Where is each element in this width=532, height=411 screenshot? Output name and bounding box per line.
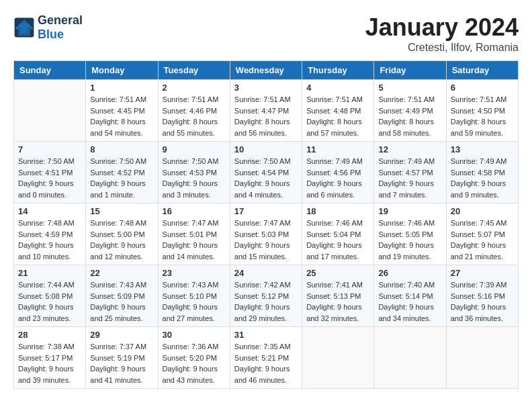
day-info: Sunrise: 7:38 AM Sunset: 5:17 PM Dayligh… [18,341,81,385]
day-number: 7 [18,144,81,154]
day-info: Sunrise: 7:44 AM Sunset: 5:08 PM Dayligh… [18,279,81,324]
col-header-tuesday: Tuesday [158,61,230,80]
day-number: 13 [451,144,514,154]
day-cell: 4Sunrise: 7:51 AM Sunset: 4:48 PM Daylig… [302,80,374,142]
logo-blue: Blue [38,28,64,41]
day-number: 17 [234,206,298,216]
week-row-3: 14Sunrise: 7:48 AM Sunset: 4:59 PM Dayli… [14,203,519,265]
day-cell: 26Sunrise: 7:40 AM Sunset: 5:14 PM Dayli… [374,265,446,327]
page-header: General Blue January 2024 Cretesti, Ilfo… [13,13,519,54]
day-cell: 20Sunrise: 7:45 AM Sunset: 5:07 PM Dayli… [446,203,518,265]
day-number: 11 [306,144,369,154]
day-cell [374,327,446,389]
week-row-5: 28Sunrise: 7:38 AM Sunset: 5:17 PM Dayli… [14,327,519,389]
day-number: 10 [234,144,298,154]
day-info: Sunrise: 7:47 AM Sunset: 5:01 PM Dayligh… [163,218,226,262]
column-headers: SundayMondayTuesdayWednesdayThursdayFrid… [14,61,519,80]
day-info: Sunrise: 7:51 AM Sunset: 4:45 PM Dayligh… [90,94,153,138]
day-number: 16 [163,206,226,216]
day-info: Sunrise: 7:49 AM Sunset: 4:57 PM Dayligh… [378,156,441,200]
day-cell: 1Sunrise: 7:51 AM Sunset: 4:45 PM Daylig… [86,80,158,142]
day-info: Sunrise: 7:39 AM Sunset: 5:16 PM Dayligh… [451,279,514,324]
day-number: 23 [163,268,226,278]
day-number: 6 [451,83,514,93]
day-info: Sunrise: 7:46 AM Sunset: 5:04 PM Dayligh… [306,218,369,262]
day-cell: 2Sunrise: 7:51 AM Sunset: 4:46 PM Daylig… [158,80,230,142]
day-info: Sunrise: 7:51 AM Sunset: 4:46 PM Dayligh… [163,94,226,138]
day-cell: 13Sunrise: 7:49 AM Sunset: 4:58 PM Dayli… [446,142,518,203]
day-info: Sunrise: 7:35 AM Sunset: 5:21 PM Dayligh… [234,341,298,385]
day-info: Sunrise: 7:41 AM Sunset: 5:13 PM Dayligh… [306,279,369,324]
day-cell: 28Sunrise: 7:38 AM Sunset: 5:17 PM Dayli… [14,327,86,389]
day-cell: 19Sunrise: 7:46 AM Sunset: 5:05 PM Dayli… [374,203,446,265]
day-number: 18 [306,206,369,216]
day-number: 19 [378,206,441,216]
col-header-monday: Monday [86,61,158,80]
day-number: 22 [90,268,153,278]
day-info: Sunrise: 7:42 AM Sunset: 5:12 PM Dayligh… [234,279,298,324]
day-cell [14,80,86,142]
day-info: Sunrise: 7:50 AM Sunset: 4:53 PM Dayligh… [163,156,226,200]
day-cell: 27Sunrise: 7:39 AM Sunset: 5:16 PM Dayli… [446,265,518,327]
day-cell: 11Sunrise: 7:49 AM Sunset: 4:56 PM Dayli… [302,142,374,203]
day-cell: 3Sunrise: 7:51 AM Sunset: 4:47 PM Daylig… [230,80,302,142]
day-cell: 22Sunrise: 7:43 AM Sunset: 5:09 PM Dayli… [86,265,158,327]
day-info: Sunrise: 7:48 AM Sunset: 5:00 PM Dayligh… [90,218,153,262]
week-row-1: 1Sunrise: 7:51 AM Sunset: 4:45 PM Daylig… [14,80,519,142]
calendar-subtitle: Cretesti, Ilfov, Romania [365,42,519,54]
day-cell: 18Sunrise: 7:46 AM Sunset: 5:04 PM Dayli… [302,203,374,265]
day-number: 4 [306,83,369,93]
day-cell [302,327,374,389]
day-cell: 25Sunrise: 7:41 AM Sunset: 5:13 PM Dayli… [302,265,374,327]
day-cell [446,327,518,389]
calendar-table: SundayMondayTuesdayWednesdayThursdayFrid… [13,60,519,389]
day-info: Sunrise: 7:50 AM Sunset: 4:54 PM Dayligh… [234,156,298,200]
day-info: Sunrise: 7:40 AM Sunset: 5:14 PM Dayligh… [378,279,441,324]
day-info: Sunrise: 7:51 AM Sunset: 4:48 PM Dayligh… [306,94,369,138]
day-info: Sunrise: 7:51 AM Sunset: 4:49 PM Dayligh… [378,94,441,138]
day-cell: 5Sunrise: 7:51 AM Sunset: 4:49 PM Daylig… [374,80,446,142]
day-cell: 24Sunrise: 7:42 AM Sunset: 5:12 PM Dayli… [230,265,302,327]
day-info: Sunrise: 7:49 AM Sunset: 4:58 PM Dayligh… [451,156,514,200]
title-block: January 2024 Cretesti, Ilfov, Romania [365,13,519,54]
day-number: 27 [451,268,514,278]
day-number: 2 [163,83,226,93]
day-number: 25 [306,268,369,278]
day-info: Sunrise: 7:45 AM Sunset: 5:07 PM Dayligh… [451,218,514,262]
day-cell: 10Sunrise: 7:50 AM Sunset: 4:54 PM Dayli… [230,142,302,203]
day-info: Sunrise: 7:50 AM Sunset: 4:52 PM Dayligh… [90,156,153,200]
day-cell: 12Sunrise: 7:49 AM Sunset: 4:57 PM Dayli… [374,142,446,203]
day-info: Sunrise: 7:43 AM Sunset: 5:10 PM Dayligh… [163,279,226,324]
col-header-sunday: Sunday [14,61,86,80]
day-cell: 8Sunrise: 7:50 AM Sunset: 4:52 PM Daylig… [86,142,158,203]
day-info: Sunrise: 7:43 AM Sunset: 5:09 PM Dayligh… [90,279,153,324]
day-cell: 29Sunrise: 7:37 AM Sunset: 5:19 PM Dayli… [86,327,158,389]
day-number: 24 [234,268,298,278]
day-info: Sunrise: 7:51 AM Sunset: 4:50 PM Dayligh… [451,94,514,138]
day-info: Sunrise: 7:48 AM Sunset: 4:59 PM Dayligh… [18,218,81,262]
day-info: Sunrise: 7:47 AM Sunset: 5:03 PM Dayligh… [234,218,298,262]
day-number: 5 [378,83,441,93]
day-info: Sunrise: 7:36 AM Sunset: 5:20 PM Dayligh… [163,341,226,385]
day-number: 31 [234,330,298,340]
day-info: Sunrise: 7:49 AM Sunset: 4:56 PM Dayligh… [306,156,369,200]
day-number: 20 [451,206,514,216]
day-cell: 15Sunrise: 7:48 AM Sunset: 5:00 PM Dayli… [86,203,158,265]
day-number: 8 [90,144,153,154]
day-number: 21 [18,268,81,278]
logo: General Blue [13,13,83,42]
day-info: Sunrise: 7:37 AM Sunset: 5:19 PM Dayligh… [90,341,153,385]
col-header-thursday: Thursday [302,61,374,80]
logo-icon [13,17,35,38]
day-number: 3 [234,83,298,93]
week-row-4: 21Sunrise: 7:44 AM Sunset: 5:08 PM Dayli… [14,265,519,327]
day-number: 30 [163,330,226,340]
day-number: 14 [18,206,81,216]
day-cell: 17Sunrise: 7:47 AM Sunset: 5:03 PM Dayli… [230,203,302,265]
day-cell: 14Sunrise: 7:48 AM Sunset: 4:59 PM Dayli… [14,203,86,265]
day-cell: 7Sunrise: 7:50 AM Sunset: 4:51 PM Daylig… [14,142,86,203]
day-number: 9 [163,144,226,154]
day-cell: 6Sunrise: 7:51 AM Sunset: 4:50 PM Daylig… [446,80,518,142]
col-header-wednesday: Wednesday [230,61,302,80]
day-number: 26 [378,268,441,278]
